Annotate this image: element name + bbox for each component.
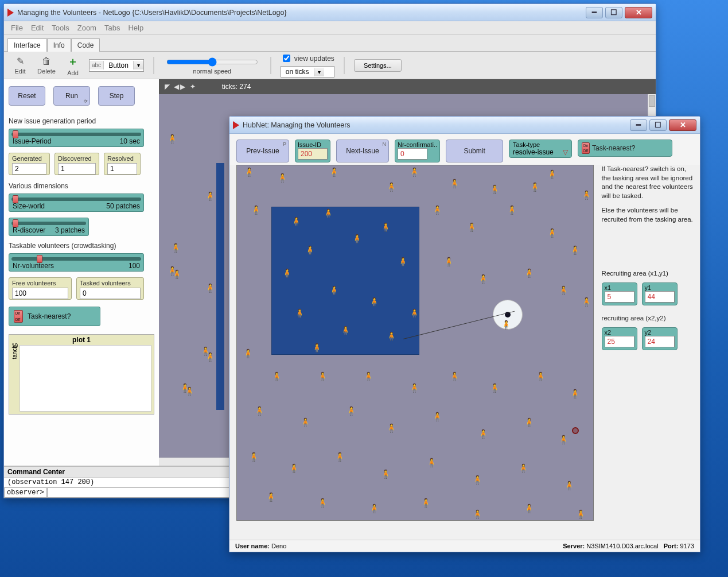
recruiting-area-1-label: Recruiting area (x1,y1) bbox=[602, 270, 693, 277]
menu-tabs[interactable]: Tabs bbox=[101, 22, 123, 33]
nr-confirmations-field[interactable] bbox=[398, 148, 427, 160]
maximize-button[interactable]: ☐ bbox=[605, 7, 622, 18]
issue-id-field[interactable] bbox=[298, 148, 328, 160]
step-button[interactable]: Step bbox=[98, 86, 135, 106]
world-controls-icon[interactable]: ◤ ◀▶ ✦ bbox=[165, 83, 197, 91]
menu-help[interactable]: Help bbox=[124, 22, 147, 33]
slider-issue-period[interactable]: Issue-Period 10 sec bbox=[9, 129, 144, 147]
monitor-resolved: Resolved 1 bbox=[104, 153, 141, 175]
prev-issue-button[interactable]: Prev-Issue P bbox=[236, 140, 289, 162]
close-button[interactable]: ✕ bbox=[669, 119, 696, 131]
task-nearest-description-1: If Task-nearest? switch is on, the taski… bbox=[602, 165, 693, 200]
y2-field[interactable] bbox=[645, 336, 675, 347]
menu-tools[interactable]: Tools bbox=[48, 22, 72, 33]
submit-button[interactable]: Submit bbox=[446, 140, 503, 162]
toolbar-add-button[interactable]: ＋Add bbox=[63, 55, 83, 76]
hub-switch-task-nearest[interactable]: OnOff Task-nearest? bbox=[578, 140, 672, 157]
nr-confirmations-input: Nr-confirmati.. bbox=[395, 140, 440, 162]
y1-input-box: y1 bbox=[642, 282, 678, 305]
run-button[interactable]: Run⟳ bbox=[53, 86, 90, 106]
chevron-down-icon: ▽ bbox=[563, 148, 568, 156]
view-updates-checkbox[interactable] bbox=[283, 55, 290, 62]
app-icon bbox=[7, 9, 14, 17]
widget-type-combo[interactable]: abc Button ▾ bbox=[89, 59, 144, 72]
recruiting-area-2-label: recruiting area (x2,y2) bbox=[602, 315, 693, 322]
y2-input-box: y2 bbox=[642, 327, 678, 350]
tabs-row: Interface Info Code bbox=[4, 35, 656, 52]
main-titlebar[interactable]: Managing the Volunteers - NetLogo {C:\Us… bbox=[4, 4, 656, 21]
x1-input-box: x1 bbox=[602, 282, 637, 305]
observer-prompt[interactable]: observer> bbox=[4, 487, 47, 498]
minimize-button[interactable]: ━ bbox=[586, 7, 603, 18]
hubnet-right-panel: OnOff Task-nearest? bbox=[578, 140, 672, 157]
next-issue-button[interactable]: Next-Issue N bbox=[336, 140, 389, 162]
toolbar-edit-button[interactable]: ✎Edit bbox=[10, 56, 30, 75]
monitor-tasked-volunteers: Tasked volunteers 0 bbox=[76, 277, 144, 300]
speed-slider-input[interactable] bbox=[166, 57, 258, 67]
interface-toolbar: ✎Edit 🗑Delete ＋Add abc Button ▾ normal s… bbox=[4, 52, 656, 79]
chevron-down-icon: ▾ bbox=[133, 61, 143, 69]
hubnet-status-bar: User name: Deno Server: N3SIM1410.D03.ar… bbox=[229, 540, 700, 552]
switch-toggle-icon: OnOff bbox=[14, 310, 23, 323]
plot-widget: plot 1 10 tance bbox=[9, 334, 154, 415]
interface-panel: Reset Run⟳ Step New issue generation per… bbox=[4, 79, 159, 466]
reset-button[interactable]: Reset bbox=[9, 86, 45, 106]
section-new-issue: New issue generation period bbox=[9, 117, 154, 125]
menu-zoom[interactable]: Zoom bbox=[74, 22, 100, 33]
issue-id-input: Issue-ID bbox=[295, 140, 330, 162]
monitor-free-volunteers: Free volunteers 100 bbox=[9, 277, 72, 300]
app-icon bbox=[233, 121, 239, 129]
hubnet-controls: Prev-Issue P Issue-ID Next-Issue N Nr-co… bbox=[229, 134, 700, 165]
monitor-generated: Generated 2 bbox=[9, 153, 50, 175]
monitor-discovered: Discoverred 1 bbox=[54, 153, 99, 175]
speed-slider[interactable]: normal speed bbox=[163, 56, 261, 75]
x1-field[interactable] bbox=[605, 291, 634, 303]
slider-size-world[interactable]: Size-world 50 patches bbox=[9, 193, 144, 212]
issue-marker bbox=[572, 427, 579, 434]
hubnet-window: HubNet: Managing the Volunteers ━ ☐ ✕ Pr… bbox=[229, 116, 700, 552]
task-type-chooser[interactable]: Task-type resolve-issue▽ bbox=[509, 140, 572, 158]
x2-input-box: x2 bbox=[602, 327, 637, 350]
world-toolbar: ◤ ◀▶ ✦ ticks: 274 bbox=[159, 79, 656, 94]
separator bbox=[344, 57, 345, 74]
settings-button[interactable]: Settings... bbox=[354, 59, 402, 72]
slider-nr-volunteers[interactable]: Nr-volunteers 100 bbox=[9, 253, 144, 272]
task-nearest-description-2: Else the volunteers will be recruited fr… bbox=[602, 206, 693, 224]
tab-info[interactable]: Info bbox=[47, 38, 71, 52]
switch-task-nearest[interactable]: OnOff Task-nearest? bbox=[9, 307, 100, 326]
x2-field[interactable] bbox=[605, 336, 634, 347]
y1-field[interactable] bbox=[645, 291, 675, 303]
hubnet-world-view[interactable]: 🧍 🧍 🧍 🧍 🧍 🧍 🧍 🧍 🧍 🧍 🧍 🧍 🧍 🧍 🧍 🧍 🧍 🧍 � bbox=[236, 165, 594, 521]
maximize-button[interactable]: ☐ bbox=[649, 119, 667, 131]
update-mode-combo[interactable]: on ticks ▾ bbox=[281, 66, 334, 78]
minimize-button[interactable]: ━ bbox=[630, 119, 647, 131]
switch-toggle-icon: OnOff bbox=[582, 142, 590, 154]
slider-r-discover[interactable]: R-discover 3 patches bbox=[9, 218, 89, 236]
tab-interface[interactable]: Interface bbox=[7, 38, 47, 52]
section-taskable: Taskable volunteers (crowdtasking) bbox=[9, 242, 154, 250]
separator bbox=[270, 57, 271, 74]
menu-bar: File Edit Tools Zoom Tabs Help bbox=[4, 21, 656, 35]
menu-edit[interactable]: Edit bbox=[28, 22, 47, 33]
section-various: Various dimensions bbox=[9, 182, 154, 190]
main-window-title: Managing the Volunteers - NetLogo {C:\Us… bbox=[17, 9, 586, 17]
toolbar-delete-button[interactable]: 🗑Delete bbox=[36, 56, 57, 75]
tasking-region bbox=[216, 163, 224, 410]
hubnet-window-title: HubNet: Managing the Volunteers bbox=[243, 121, 630, 129]
close-button[interactable]: ✕ bbox=[625, 7, 652, 18]
tab-code[interactable]: Code bbox=[71, 38, 100, 52]
hubnet-titlebar[interactable]: HubNet: Managing the Volunteers ━ ☐ ✕ bbox=[229, 117, 700, 134]
menu-file[interactable]: File bbox=[7, 22, 26, 33]
separator bbox=[153, 57, 154, 74]
chevron-down-icon: ▾ bbox=[314, 68, 324, 76]
